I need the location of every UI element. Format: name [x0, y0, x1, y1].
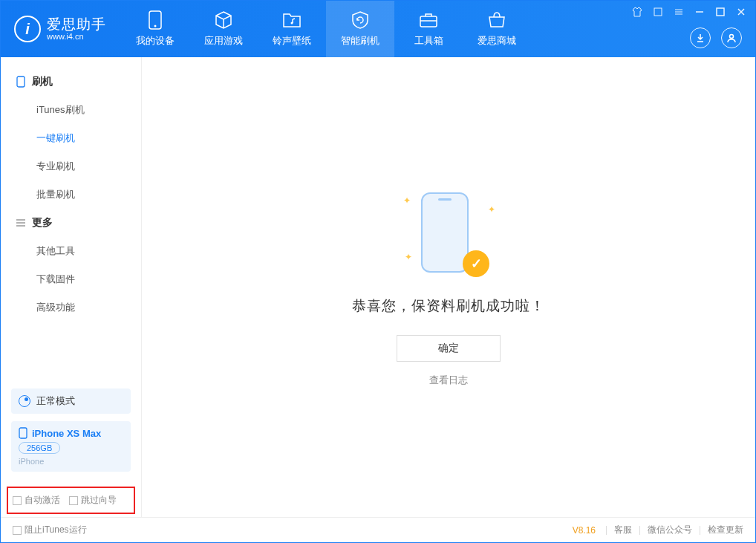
mode-icon — [19, 395, 30, 407]
divider — [639, 526, 640, 535]
mode-label: 正常模式 — [36, 394, 75, 408]
checkbox-box-icon — [69, 496, 78, 505]
device-mode-row[interactable]: 正常模式 — [11, 388, 131, 414]
svg-rect-4 — [654, 8, 662, 16]
device-type: iPhone — [19, 457, 123, 466]
nav-tab-apps[interactable]: 应用游戏 — [189, 1, 258, 57]
section-title: 更多 — [32, 216, 53, 230]
logo-text: 爱思助手 www.i4.cn — [47, 17, 106, 42]
list-icon — [16, 218, 26, 228]
title-controls — [630, 5, 748, 19]
footer-links: 客服 微信公众号 检查更新 — [606, 524, 743, 536]
nav-tab-label: 应用游戏 — [204, 34, 243, 48]
menu-icon[interactable] — [672, 5, 685, 19]
app-window: i 爱思助手 www.i4.cn 我的设备 应用游戏 — [0, 0, 756, 543]
ok-button[interactable]: 确定 — [397, 335, 501, 362]
svg-rect-5 — [717, 8, 724, 16]
sidebar-item-advanced[interactable]: 高级功能 — [1, 293, 141, 322]
main-content: ✦ ✦ ✦ ✓ 恭喜您，保资料刷机成功啦！ 确定 查看日志 — [142, 57, 755, 517]
header-bar: i 爱思助手 www.i4.cn 我的设备 应用游戏 — [1, 1, 755, 57]
shirt-icon[interactable] — [630, 5, 644, 19]
user-button[interactable] — [721, 27, 742, 48]
footer-link-support[interactable]: 客服 — [614, 524, 632, 536]
app-logo-icon: i — [14, 16, 41, 42]
phone-small-icon — [19, 427, 27, 439]
status-bar: 阻止iTunes运行 V8.16 客服 微信公众号 检查更新 — [1, 517, 755, 542]
phone-outline-icon — [421, 192, 469, 273]
nav-tab-store[interactable]: 爱思商城 — [463, 1, 531, 57]
nav-tab-label: 智能刷机 — [341, 34, 379, 48]
divider — [700, 526, 700, 535]
footer-link-update[interactable]: 检查更新 — [708, 524, 743, 536]
maximize-button[interactable] — [714, 5, 727, 19]
app-title: 爱思助手 — [47, 17, 106, 33]
sidebar-section-more: 更多 — [1, 209, 141, 237]
checkbox-box-icon — [13, 526, 22, 535]
svg-point-6 — [730, 35, 734, 39]
music-folder-icon — [282, 10, 302, 30]
nav-tab-flash[interactable]: 智能刷机 — [326, 1, 394, 57]
nav-tab-ringtones[interactable]: 铃声壁纸 — [258, 1, 326, 57]
svg-rect-8 — [19, 428, 27, 438]
sidebar-section-flash: 刷机 — [1, 68, 141, 96]
check-badge-icon: ✓ — [463, 250, 489, 277]
svg-point-2 — [291, 22, 293, 25]
sidebar-item-download-firmware[interactable]: 下载固件 — [1, 265, 141, 293]
download-button[interactable] — [690, 27, 711, 48]
checkbox-box-icon — [13, 496, 22, 505]
toolbox-icon — [419, 10, 438, 30]
success-message: 恭喜您，保资料刷机成功啦！ — [352, 296, 545, 316]
sparkle-icon: ✦ — [403, 195, 411, 206]
nav-tab-label: 我的设备 — [136, 34, 175, 48]
body: 刷机 iTunes刷机 一键刷机 专业刷机 批量刷机 更多 其他工具 下载固件 … — [1, 57, 755, 517]
divider — [606, 526, 607, 535]
svg-rect-7 — [17, 77, 25, 87]
sidebar-item-other-tools[interactable]: 其他工具 — [1, 237, 141, 265]
svg-rect-3 — [420, 16, 437, 27]
sparkle-icon: ✦ — [405, 252, 412, 262]
section-title: 刷机 — [32, 75, 53, 88]
device-storage-badge: 256GB — [19, 442, 60, 454]
nav-tab-label: 工具箱 — [414, 34, 443, 48]
checkbox-label: 自动激活 — [25, 494, 60, 507]
version-label: V8.16 — [573, 525, 596, 536]
close-button[interactable] — [734, 5, 748, 19]
success-illustration: ✦ ✦ ✦ ✓ — [408, 188, 489, 284]
device-panel: 正常模式 iPhone XS Max 256GB iPhone — [1, 381, 141, 479]
nav-tab-label: 爱思商城 — [478, 34, 516, 48]
sparkle-icon: ✦ — [488, 204, 495, 215]
view-log-link[interactable]: 查看日志 — [429, 374, 468, 387]
store-icon — [487, 10, 506, 30]
footer-link-wechat[interactable]: 微信公众号 — [648, 524, 692, 536]
svg-point-1 — [154, 25, 157, 27]
header-right-actions — [690, 27, 742, 48]
nav-tab-my-device[interactable]: 我的设备 — [121, 1, 189, 57]
sidebar-item-batch-flash[interactable]: 批量刷机 — [1, 181, 141, 209]
checkbox-skip-guide[interactable]: 跳过向导 — [69, 494, 117, 507]
nav-tabs: 我的设备 应用游戏 铃声壁纸 智能刷机 — [121, 1, 531, 57]
sidebar-item-oneclick-flash[interactable]: 一键刷机 — [1, 124, 141, 152]
cube-icon — [214, 10, 233, 30]
logo-section: i 爱思助手 www.i4.cn — [1, 1, 121, 57]
checkbox-block-itunes[interactable]: 阻止iTunes运行 — [13, 524, 87, 536]
checkbox-label: 阻止iTunes运行 — [25, 524, 87, 536]
device-info-row[interactable]: iPhone XS Max 256GB iPhone — [11, 421, 131, 472]
checkbox-auto-activate[interactable]: 自动激活 — [13, 494, 60, 507]
shield-refresh-icon — [351, 10, 370, 30]
box-icon[interactable] — [651, 5, 665, 19]
flash-options-row: 自动激活 跳过向导 — [7, 487, 135, 514]
sidebar-item-itunes-flash[interactable]: iTunes刷机 — [1, 96, 141, 124]
app-subtitle: www.i4.cn — [47, 32, 106, 41]
sidebar: 刷机 iTunes刷机 一键刷机 专业刷机 批量刷机 更多 其他工具 下载固件 … — [1, 57, 142, 517]
device-icon — [146, 10, 165, 30]
sidebar-item-pro-flash[interactable]: 专业刷机 — [1, 152, 141, 181]
minimize-button[interactable] — [693, 5, 706, 19]
checkbox-label: 跳过向导 — [81, 494, 117, 507]
device-name: iPhone XS Max — [19, 427, 123, 439]
phone-icon — [16, 77, 26, 87]
nav-tab-label: 铃声壁纸 — [273, 34, 311, 48]
nav-tab-toolbox[interactable]: 工具箱 — [394, 1, 463, 57]
